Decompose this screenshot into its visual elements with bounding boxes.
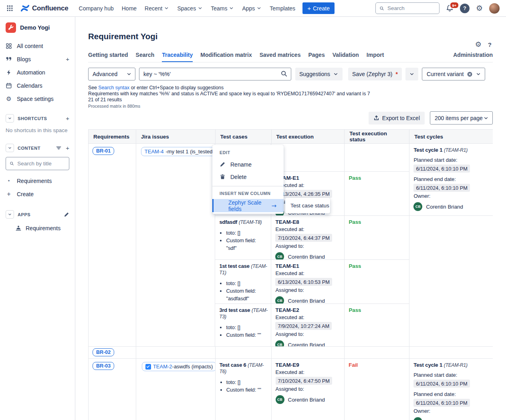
confluence-logo[interactable]: Confluence — [20, 4, 69, 13]
collapse-content-chevron[interactable] — [6, 144, 14, 152]
sidebar-item-create-page[interactable]: + Create — [6, 187, 69, 201]
menu-item-rename[interactable]: Rename — [212, 158, 284, 171]
nav-spaces[interactable]: Spaces — [177, 5, 203, 12]
col-header-jira-issues: Jira issues — [136, 130, 216, 143]
suggestions-button[interactable]: Suggestions — [295, 68, 343, 80]
notifications-bell-icon[interactable]: 9+ — [446, 4, 454, 12]
save-options-button[interactable] — [405, 68, 418, 80]
nav-teams[interactable]: Teams — [211, 5, 234, 12]
menu-item-delete[interactable]: Delete — [212, 171, 284, 183]
requirement-key-lozenge[interactable]: BR-01 — [93, 147, 114, 155]
chevron-down-icon — [409, 71, 415, 77]
nav-company-hub[interactable]: Company hub — [79, 5, 114, 12]
content-search[interactable] — [6, 157, 69, 170]
tab-search[interactable]: Search — [136, 52, 155, 62]
submenu-item-test-case-status[interactable]: Test case status — [285, 198, 330, 213]
menu-section-edit: EDIT — [212, 149, 284, 158]
global-search[interactable] — [375, 2, 439, 14]
app-settings-gear-icon[interactable]: ⚙ — [475, 41, 482, 48]
variant-select[interactable]: Current variant — [422, 68, 485, 80]
chevron-down-icon — [256, 6, 262, 11]
tab-administration[interactable]: Administration — [453, 52, 493, 62]
save-matrix-button[interactable]: Save (Zephyr 3) * — [348, 68, 402, 80]
nav-apps[interactable]: Apps — [242, 5, 262, 12]
user-avatar[interactable] — [489, 3, 500, 14]
sidebar-item-requirements-page[interactable]: • Requirements — [6, 174, 69, 187]
content-search-input[interactable] — [17, 161, 65, 167]
space-header[interactable]: Demo Yogi — [6, 22, 69, 33]
test-execution-cell: TEAM-E2 Executed at: 7/9/2024, 10:27:24 … — [271, 304, 345, 346]
tab-modification-matrix[interactable]: Modification matrix — [200, 52, 252, 62]
sidebar-item-all-content[interactable]: All content — [6, 39, 69, 52]
help-icon[interactable]: ? — [460, 4, 470, 13]
jira-issues-cell — [136, 347, 216, 358]
menu-divider — [212, 186, 284, 187]
nav-home[interactable]: Home — [122, 5, 137, 12]
grid-icon — [6, 43, 12, 49]
shortcuts-empty-note: No shortcuts in this space — [6, 127, 69, 133]
requirement-key-lozenge[interactable]: BR-02 — [93, 348, 114, 356]
bullet-icon: • — [6, 178, 12, 184]
test-execution-status-cell: Pass — [345, 172, 409, 215]
requirement-key-lozenge[interactable]: BR-03 — [93, 362, 114, 370]
menu-item-zephyr-scale-fields[interactable]: Zephyr Scale fields → — [212, 199, 284, 212]
quote-icon — [6, 56, 12, 62]
jira-issue-link[interactable]: TEAM-2 — [153, 364, 172, 370]
sidebar-item-automation[interactable]: Automation — [6, 66, 69, 79]
sidebar-item-space-settings[interactable]: ⚙ Space settings — [6, 92, 69, 105]
tab-traceability[interactable]: Traceability — [162, 52, 193, 62]
app-help-icon[interactable]: ? — [488, 41, 492, 48]
executed-at-chip: 7/9/2024, 10:27:24 AM — [275, 322, 332, 330]
test-execution-cell: TEAM-E8 Executed at: 7/10/2024, 6:44:37 … — [271, 216, 345, 259]
jira-issues-cell: TEAM-4-my test 1 (is_tested_by) — [136, 144, 216, 346]
nav-templates[interactable]: Templates — [270, 5, 295, 12]
test-execution-status-cell: Pass — [345, 260, 409, 303]
jira-issue-chip[interactable]: TEAM-2-aswdfs (impacts) — [142, 362, 216, 371]
planned-end-chip: 6/11/2024, 6:10:10 PM — [413, 184, 470, 192]
collapse-apps-chevron[interactable] — [6, 210, 14, 219]
export-to-excel-button[interactable]: Export to Excel — [369, 112, 425, 125]
sidebar-item-blogs[interactable]: Blogs + — [6, 52, 69, 66]
edit-pencil-icon[interactable] — [64, 212, 69, 217]
collapse-shortcuts-chevron[interactable] — [6, 114, 14, 123]
gear-icon: ⚙ — [6, 95, 12, 102]
query-input[interactable] — [143, 71, 280, 77]
sidebar-app-requirements[interactable]: Requirements — [6, 222, 69, 235]
col-header-test-execution: Test execution — [272, 130, 345, 143]
search-filter-bar: Advanced Suggestions Save (Zephyr 3) * C… — [88, 68, 493, 80]
status-badge: Pass — [349, 175, 361, 181]
search-syntax-link[interactable]: Search syntax — [98, 85, 129, 90]
global-search-input[interactable] — [387, 5, 435, 11]
create-button[interactable]: + Create — [302, 2, 335, 14]
space-nav: All content Blogs + Automation Calendars… — [6, 39, 69, 105]
app-switcher-icon[interactable] — [6, 5, 13, 12]
add-shortcut-plus-icon[interactable]: + — [66, 115, 69, 122]
test-execution-cell — [272, 347, 345, 358]
calendar-icon — [6, 82, 12, 89]
jira-issue-link[interactable]: TEAM-4 — [145, 149, 164, 155]
jira-issue-chip[interactable]: TEAM-4-my test 1 (is_tested_by) — [141, 147, 216, 156]
table-toolbar: Export to Excel 200 items per page — [88, 111, 493, 125]
clear-variant-icon[interactable] — [467, 71, 473, 77]
run-search-icon[interactable] — [280, 70, 288, 78]
add-content-plus-icon[interactable]: + — [66, 145, 69, 151]
items-per-page-select[interactable]: 200 items per page — [430, 111, 493, 125]
tab-validation[interactable]: Validation — [333, 52, 359, 62]
sidebar-item-calendars[interactable]: Calendars — [6, 79, 69, 92]
tab-pages[interactable]: Pages — [308, 52, 325, 62]
confluence-app-window: Confluence Company hub Home Recent Space… — [0, 0, 506, 420]
settings-gear-icon[interactable]: ⚙ — [476, 4, 483, 12]
tab-import[interactable]: Import — [367, 52, 384, 62]
lightning-icon — [6, 69, 12, 76]
pencil-icon — [220, 161, 226, 167]
filter-icon[interactable] — [56, 145, 62, 151]
tab-saved-matrices[interactable]: Saved matrices — [260, 52, 301, 62]
chevron-down-icon — [476, 71, 481, 77]
test-cycle-cell: Test cycle 1 (TEAM-R1) Planned start dat… — [409, 144, 493, 216]
tab-getting-started[interactable]: Getting started — [88, 52, 128, 62]
add-blog-plus-icon[interactable]: + — [66, 56, 69, 62]
search-hints: See Search syntax or enter Ctrl+Space to… — [88, 85, 493, 109]
nav-recent[interactable]: Recent — [145, 5, 169, 12]
search-mode-select[interactable]: Advanced — [88, 68, 135, 80]
plus-icon: + — [307, 5, 311, 12]
